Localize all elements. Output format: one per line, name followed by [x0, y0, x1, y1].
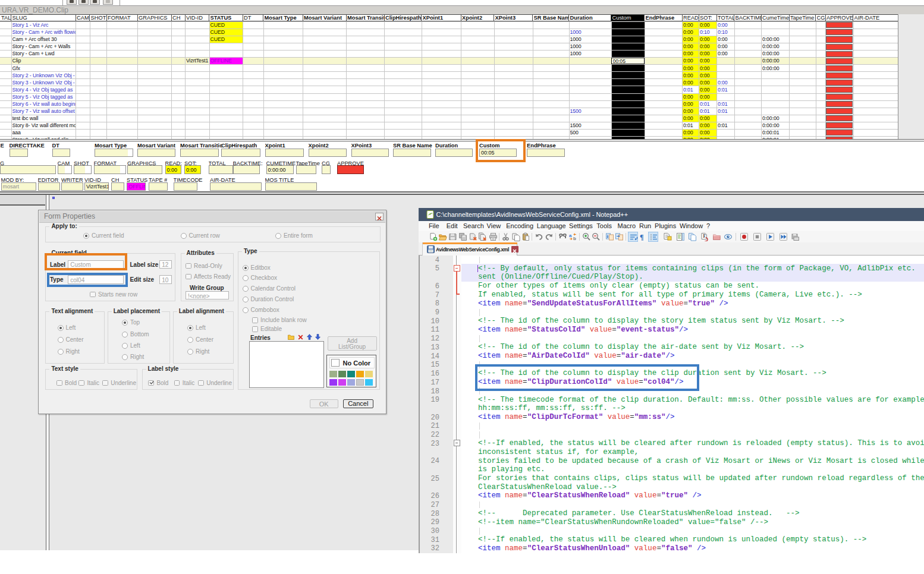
toolbar-copy-icon[interactable]	[511, 232, 521, 242]
cell-slug[interactable]: Story - Cam + Arc + Walls	[12, 43, 76, 50]
cell-slug[interactable]: Story 8- Viz wall different mo	[12, 122, 76, 129]
column-header-xp2[interactable]: Xpoint2	[462, 15, 494, 21]
menu-run[interactable]: Run	[639, 221, 651, 231]
no-color-row[interactable]: No Color	[329, 357, 375, 368]
palette-swatch[interactable]	[329, 379, 337, 386]
radio-type-combobox[interactable]	[243, 307, 249, 313]
toolbar-macro-save-icon[interactable]	[790, 232, 800, 242]
checkbox-starts-new-row[interactable]	[90, 292, 96, 298]
column-header-tape[interactable]: TapeTime	[790, 15, 816, 21]
radio-label-placement-bottom[interactable]	[122, 332, 128, 338]
cell-read-text[interactable]: 0:00	[683, 29, 699, 36]
cell-cume-text[interactable]: 0:00:00	[762, 58, 789, 64]
menu-language[interactable]: Language	[537, 221, 566, 231]
menu-tools[interactable]: Tools	[596, 221, 612, 231]
toolbar-save-all-icon[interactable]	[458, 232, 468, 242]
column-header-mtype[interactable]: Mosart Type	[265, 15, 303, 21]
entries-move-up-icon[interactable]	[307, 334, 312, 340]
palette-swatch[interactable]	[365, 379, 373, 386]
cell-slug[interactable]: Story 4 - Viz Obj tagged as	[12, 87, 76, 93]
cell-read-text[interactable]: 0:00	[683, 94, 699, 100]
tab-active[interactable]: AvidInewsWebServiceConfig.xml	[422, 242, 517, 256]
tab-close-button[interactable]	[511, 246, 518, 253]
palette-swatch[interactable]	[365, 371, 373, 378]
palette-swatch[interactable]	[347, 379, 355, 386]
radio-text-alignment-right[interactable]	[58, 349, 64, 355]
cell-sot-text[interactable]: 0:00	[700, 22, 716, 29]
menu-macro[interactable]: Macro	[618, 221, 636, 231]
column-header-total[interactable]: TOTAL	[718, 15, 734, 21]
toolbar-macro-record-icon[interactable]	[739, 232, 749, 242]
toolbar-close-icon[interactable]	[468, 232, 478, 242]
checkbox-text-style-italic[interactable]	[78, 380, 84, 386]
column-header-sot[interactable]: SOT:	[700, 15, 716, 21]
toolbar-undo-icon[interactable]	[534, 232, 544, 242]
column-header-slug[interactable]: SLUG	[12, 15, 76, 21]
radio-text-alignment-left[interactable]	[58, 325, 64, 331]
cell-read-text[interactable]: 0:00	[683, 58, 699, 64]
form-field-mtransition[interactable]	[180, 149, 219, 157]
column-header-xp1[interactable]: XPoint1	[423, 15, 461, 21]
cell-duration[interactable]: 1000	[570, 29, 611, 36]
cell-slug[interactable]: Story - Cam + Lwd	[12, 51, 76, 57]
form-field-backtime[interactable]	[233, 165, 260, 174]
fold-marker-collapse[interactable]	[454, 440, 460, 446]
cell-read-text[interactable]: 0:00	[683, 108, 699, 115]
menu-help[interactable]: ?	[706, 221, 710, 231]
cell-total-text[interactable]: 0:10	[718, 29, 734, 36]
toolbar-word-wrap-icon[interactable]	[628, 232, 638, 242]
form-field-timecode[interactable]	[174, 182, 198, 191]
cell-read-text[interactable]: 0:00	[683, 22, 699, 29]
cell-total-text[interactable]: 0:00	[718, 43, 734, 50]
input-label-size[interactable]: 12	[159, 260, 172, 269]
form-field-graphics[interactable]	[127, 165, 162, 174]
radio-type-calendar-control[interactable]	[243, 286, 249, 292]
toolbar-redo-icon[interactable]	[544, 232, 554, 242]
checkbox-include-blank-row[interactable]	[252, 317, 258, 323]
column-header-custom[interactable]: Custom	[612, 15, 645, 21]
cell-sot-text[interactable]: 0:01	[700, 101, 716, 108]
toolbar-document-list-icon[interactable]	[687, 232, 697, 242]
entries-delete-icon[interactable]	[298, 335, 303, 340]
input-write-group[interactable]: !<none>	[186, 291, 229, 299]
cell-duration[interactable]: 500	[570, 130, 611, 136]
column-header-vid[interactable]: VID-ID	[186, 15, 209, 21]
radio-type-checkbox[interactable]	[243, 275, 249, 281]
cell-cume-text[interactable]: 0:00:00	[762, 43, 789, 50]
cell-read-text[interactable]: 0:00	[683, 101, 699, 108]
palette-swatch[interactable]	[338, 379, 346, 386]
cell-cume-text[interactable]: 0:00:01	[762, 130, 789, 136]
cell-slug[interactable]: Story 5 - Viz Obj tagged as	[12, 94, 76, 100]
column-header-cam[interactable]: CAM	[77, 15, 90, 21]
column-header-backtime[interactable]: BACKTIME	[736, 15, 762, 21]
form-field-slug[interactable]	[0, 165, 56, 174]
form-field-format[interactable]	[94, 165, 126, 174]
checkbox-read-only[interactable]	[186, 263, 191, 269]
cell-duration[interactable]: 1000	[570, 43, 611, 50]
column-header-duration[interactable]: Duration	[570, 15, 611, 21]
toolbar-new-file-icon[interactable]	[428, 232, 438, 242]
cell-sot-text[interactable]: 0:00	[700, 130, 716, 136]
palette-swatch[interactable]	[356, 371, 364, 378]
radio-apply-current-row[interactable]	[181, 233, 187, 239]
cell-sot-text[interactable]: 0:00	[700, 72, 716, 79]
cell-custom-editor[interactable]: 00:05	[611, 58, 645, 65]
form-field-ch[interactable]	[111, 182, 124, 191]
ok-button[interactable]: OK	[310, 399, 338, 409]
toolbar-sync-horizontal-icon[interactable]	[614, 232, 624, 242]
menu-window[interactable]: Window	[680, 221, 703, 231]
column-header-endphrase[interactable]: EndPhrase	[646, 15, 683, 21]
cell-sot-text[interactable]: 0:00	[700, 122, 716, 129]
menu-edit[interactable]: Edit	[447, 221, 458, 231]
toolbar-find-icon[interactable]	[558, 232, 568, 242]
form-field-xp2[interactable]	[309, 149, 347, 157]
cell-sot-text[interactable]: 0:01	[700, 108, 716, 115]
column-header-tal[interactable]: TAL	[1, 15, 11, 21]
cell-status-text[interactable]: CUED	[210, 29, 243, 36]
form-field-read[interactable]: 0:00	[165, 165, 182, 174]
form-field-approve[interactable]	[337, 165, 364, 174]
cell-read-text[interactable]: 0:01	[683, 87, 699, 93]
column-header-graphics[interactable]: GRAPHICS	[139, 15, 171, 21]
cell-sot-text[interactable]: 0:10	[700, 29, 716, 36]
form-field-status[interactable]: OFFLINE	[127, 182, 146, 191]
